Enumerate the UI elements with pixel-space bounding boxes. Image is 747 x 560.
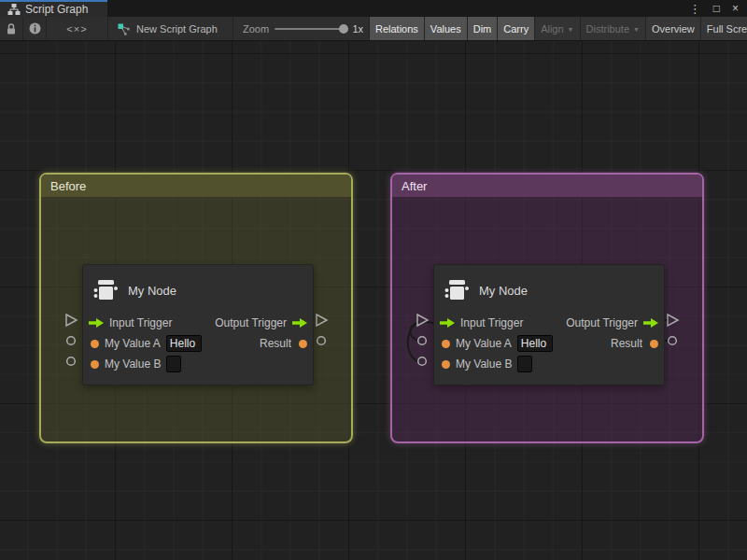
result-port[interactable] (317, 337, 326, 345)
maximize-icon[interactable]: □ (713, 3, 720, 14)
dim-button[interactable]: Dim (467, 17, 498, 40)
value-a-input[interactable] (517, 335, 553, 352)
result-port[interactable] (669, 337, 677, 345)
value-a-input[interactable] (166, 335, 202, 352)
relations-button[interactable]: Relations (369, 17, 424, 40)
value-port-icon (299, 340, 307, 348)
trigger-arrow-icon (643, 318, 658, 328)
output-trigger-label: Output Trigger (215, 316, 287, 329)
value-b-port[interactable] (67, 357, 76, 366)
carry-button[interactable]: Carry (497, 17, 534, 40)
value-b-label: My Value B (105, 357, 161, 371)
values-button[interactable]: Values (424, 17, 467, 40)
distribute-button[interactable]: Distribute ▼ (580, 17, 645, 40)
zoom-slider[interactable] (275, 28, 346, 30)
graph-selector[interactable]: New Script Graph (108, 17, 233, 40)
output-trigger-port[interactable] (317, 315, 327, 326)
value-a-row: My Value A Result (434, 334, 664, 353)
value-port-icon (442, 360, 450, 369)
group-before-header[interactable]: Before (41, 175, 351, 197)
caret-down-icon: ▼ (568, 26, 574, 33)
node-header: My Node (92, 274, 303, 306)
tab-bar: Script Graph ⋮ □ × (0, 0, 747, 17)
group-after[interactable]: After (390, 173, 704, 443)
group-title: Before (50, 179, 86, 193)
connection-wire[interactable] (410, 322, 418, 341)
unit-icon (444, 277, 470, 303)
output-trigger-port[interactable] (668, 315, 678, 326)
value-port-icon (91, 340, 99, 348)
caret-down-icon: ▼ (633, 26, 640, 33)
full-screen-button[interactable]: Full Screen (700, 17, 747, 40)
value-a-port[interactable] (67, 337, 76, 345)
value-b-input[interactable] (517, 356, 532, 372)
input-trigger-label: Input Trigger (109, 316, 172, 329)
value-b-row: My Value B (434, 355, 664, 373)
info-button[interactable] (23, 17, 47, 40)
graph-toolbar: <×> New Script Graph Zoom 1x Relations V… (0, 17, 747, 41)
trigger-arrow-icon (292, 318, 307, 328)
tab-title: Script Graph (25, 3, 88, 16)
graph-canvas[interactable]: Before My Node (0, 41, 747, 560)
code-view-button[interactable]: <×> (47, 17, 108, 40)
output-trigger-label: Output Trigger (566, 316, 638, 329)
trigger-row: Input Trigger Output Trigger (83, 314, 313, 332)
node-title: My Node (479, 284, 528, 298)
lock-icon (6, 22, 17, 35)
value-port-icon (650, 340, 658, 348)
graph-selector-label: New Script Graph (136, 23, 218, 35)
value-b-row: My Value B (83, 355, 313, 373)
zoom-control: Zoom 1x (233, 17, 369, 40)
value-b-port[interactable] (418, 357, 427, 366)
trigger-arrow-icon (440, 318, 455, 328)
group-after-header[interactable]: After (392, 175, 702, 197)
tab-script-graph[interactable]: Script Graph (0, 0, 107, 17)
node-my-node[interactable]: My Node Input Trigger Output Trigger My … (82, 264, 314, 385)
value-a-port[interactable] (418, 337, 427, 345)
trigger-arrow-icon (89, 318, 104, 328)
input-trigger-port[interactable] (66, 315, 77, 326)
result-label: Result (260, 337, 291, 350)
value-b-label: My Value B (456, 357, 512, 371)
new-graph-icon (118, 22, 131, 35)
value-port-icon (91, 360, 99, 369)
lock-button[interactable] (0, 17, 23, 40)
overview-button[interactable]: Overview (645, 17, 700, 40)
value-port-icon (442, 340, 450, 348)
input-trigger-port[interactable] (417, 315, 428, 326)
value-a-label: My Value A (105, 337, 161, 350)
node-my-node[interactable]: My Node Input Trigger Output Trigger My … (433, 264, 665, 385)
node-header: My Node (444, 274, 655, 306)
zoom-slider-handle[interactable] (339, 24, 348, 34)
value-a-row: My Value A Result (83, 334, 313, 353)
group-before[interactable]: Before My Node (39, 173, 353, 443)
unit-icon (92, 277, 119, 303)
window-menu-icon[interactable]: ⋮ (689, 3, 701, 15)
window-controls: ⋮ □ × (689, 0, 747, 17)
input-trigger-label: Input Trigger (460, 316, 523, 329)
group-title: After (402, 179, 427, 193)
align-button[interactable]: Align ▼ (534, 17, 579, 40)
graph-icon (7, 3, 21, 16)
trigger-row: Input Trigger Output Trigger (434, 314, 664, 332)
script-graph-window: Script Graph ⋮ □ × <×> (0, 0, 747, 560)
result-label: Result (611, 337, 642, 350)
info-icon (29, 22, 41, 35)
zoom-label: Zoom (243, 23, 269, 35)
connection-wire[interactable] (408, 322, 418, 361)
value-a-label: My Value A (456, 337, 512, 350)
code-icon: <×> (66, 23, 87, 35)
value-b-input[interactable] (166, 356, 181, 372)
node-title: My Node (128, 284, 176, 298)
close-icon[interactable]: × (732, 3, 739, 14)
zoom-value: 1x (352, 23, 363, 35)
